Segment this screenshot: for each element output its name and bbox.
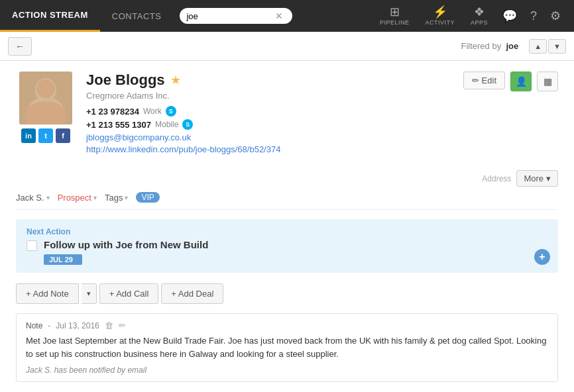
contact-phone-mobile: +1 213 555 1307 Mobile S [86,119,453,130]
nav-right-icons: ⊞ PIPELINE ⚡ ACTIVITY ❖ APPS 💬 ? ⚙ [373,3,574,28]
contact-details: Joe Bloggs ★ Cregmore Adams Inc. +1 23 9… [86,72,453,160]
person-view-button[interactable]: 👤 [510,72,532,91]
edit-label: Edit [482,75,496,85]
skype-icon-mobile[interactable]: S [182,119,193,130]
linkedin-social-icon[interactable]: in [21,128,36,143]
top-navigation: ACTION STREAM CONTACTS ✕ ⊞ PIPELINE ⚡ AC… [0,0,574,32]
phone-mobile-number: +1 213 555 1307 [86,120,151,130]
contact-name-row: Joe Bloggs ★ [86,72,453,89]
contact-company: Cregmore Adams Inc. [86,91,453,101]
settings-icon-btn[interactable]: ⚙ [545,6,566,26]
tags-label: Tags [105,193,123,203]
edit-button[interactable]: ✏ Edit [463,72,505,89]
more-button[interactable]: More ▾ [516,170,558,187]
help-icon-btn[interactable]: ? [525,7,542,26]
apps-label: APPS [471,19,488,26]
chat-icon-btn[interactable]: 💬 [497,6,522,26]
address-label: Address [482,174,511,183]
contact-phone-work: +1 23 978234 Work S [86,106,453,117]
pipeline-icon: ⊞ [390,6,400,18]
trash-icon[interactable]: 🗑 [105,320,113,330]
pipeline-nav-item[interactable]: ⊞ PIPELINE [373,3,416,28]
note-body: Met Joe last September at the New Build … [26,334,548,360]
more-chevron-icon: ▾ [546,173,551,183]
search-bar: ✕ [180,8,292,24]
social-icons: in t f [21,128,70,143]
tags-row: Jack S. ▾ Prospect ▾ Tags ▾ VIP [16,192,558,210]
tags-dropdown[interactable]: Tags ▾ [105,193,128,203]
nav-contacts[interactable]: CONTACTS [100,0,174,32]
contact-name: Joe Bloggs [86,72,165,89]
pipeline-label: PIPELINE [380,19,410,26]
apps-icon: ❖ [474,6,485,18]
grid-view-button[interactable]: ▦ [537,72,558,91]
action-date-badge: JUL 29 [44,254,82,265]
search-input[interactable] [186,11,272,21]
filter-info: Filtered by joe [461,41,518,51]
avatar-svg [19,72,72,124]
address-more-row: Address More ▾ [16,170,558,187]
assigned-chevron-icon: ▾ [46,194,50,201]
clear-search-icon[interactable]: ✕ [275,11,283,21]
main-content: in t f Joe Bloggs ★ Cregmore Adams Inc. … [0,61,574,392]
next-arrow-button[interactable]: ▼ [548,39,566,54]
contact-email[interactable]: jbloggs@bigcompany.co.uk [86,132,453,142]
assigned-to-tag[interactable]: Jack S. ▾ [16,193,50,203]
note-header: Note - Jul 13, 2016 🗑 ✏ [26,320,548,330]
toolbar: ← Filtered by joe ▲ ▼ [0,32,574,61]
next-action-content: Follow up with Joe from New Build JUL 29 [27,239,547,265]
note-date: Jul 13, 2016 [56,321,99,330]
back-button[interactable]: ← [8,37,32,56]
svg-rect-5 [19,108,72,124]
phone-work-type: Work [143,107,162,116]
prospect-tag[interactable]: Prospect ▾ [58,193,97,203]
filter-prefix: Filtered by [461,41,501,51]
next-action-section: Next Action Follow up with Joe from New … [16,219,558,273]
add-note-button[interactable]: + Add Note [16,283,79,304]
action-text: Follow up with Joe from New Build [44,239,208,250]
contact-actions: ✏ Edit 👤 ▦ [463,72,558,160]
add-action-button[interactable]: + [534,249,550,265]
avatar [19,72,72,124]
star-icon[interactable]: ★ [170,73,181,87]
action-details: Follow up with Joe from New Build JUL 29 [44,239,208,265]
note-footer: Jack S. has been notified by email [26,366,548,375]
skype-icon-work[interactable]: S [166,106,176,117]
avatar-section: in t f [16,72,76,160]
add-call-button[interactable]: + Add Call [99,283,159,304]
phone-mobile-type: Mobile [155,120,178,129]
prospect-label: Prospect [58,193,91,203]
pencil-icon: ✏ [472,75,479,85]
note-section: Note - Jul 13, 2016 🗑 ✏ Met Joe last Sep… [16,313,558,382]
activity-icon: ⚡ [433,6,447,18]
facebook-social-icon[interactable]: f [56,128,70,143]
assigned-to-name: Jack S. [16,193,44,203]
filter-term: joe [506,41,518,51]
more-label: More [524,173,544,183]
pagination-arrows: ▲ ▼ [529,39,566,54]
action-buttons: + Add Note ▾ + Add Call + Add Deal [16,283,558,304]
contact-linkedin-url[interactable]: http://www.linkedin.com/pub/joe-bloggs/6… [86,144,453,154]
add-deal-button[interactable]: + Add Deal [161,283,223,304]
activity-label: ACTIVITY [425,19,455,26]
svg-point-2 [40,87,43,90]
contact-header: in t f Joe Bloggs ★ Cregmore Adams Inc. … [16,72,558,160]
phone-work-number: +1 23 978234 [86,107,139,117]
action-checkbox[interactable] [27,240,37,251]
note-title: Note [26,321,42,330]
vip-badge: VIP [136,192,159,203]
edit-note-icon[interactable]: ✏ [119,320,126,330]
svg-point-3 [48,87,51,90]
add-note-dropdown-button[interactable]: ▾ [82,283,97,304]
activity-nav-item[interactable]: ⚡ ACTIVITY [418,3,461,28]
apps-nav-item[interactable]: ❖ APPS [464,3,494,28]
prospect-chevron-icon: ▾ [93,194,97,201]
next-action-label: Next Action [27,227,547,236]
twitter-social-icon[interactable]: t [38,128,53,143]
tags-chevron-icon: ▾ [125,194,128,201]
nav-action-stream[interactable]: ACTION STREAM [0,0,100,32]
prev-arrow-button[interactable]: ▲ [529,39,547,54]
